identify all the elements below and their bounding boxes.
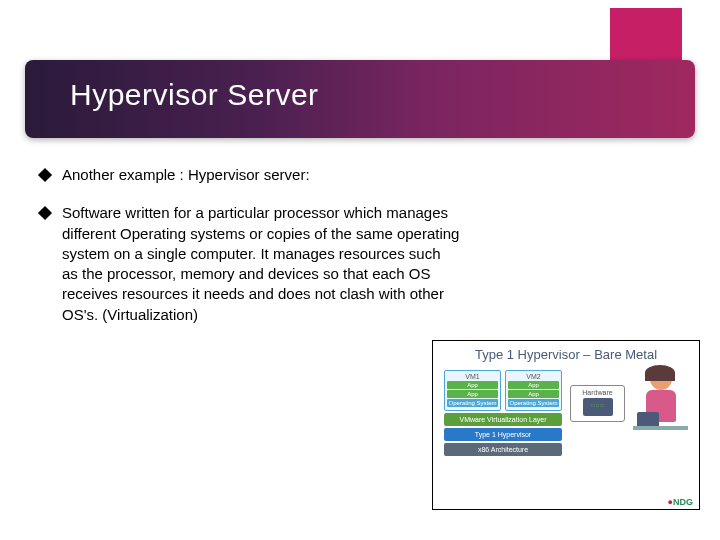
bullet-text: Another example : Hypervisor server: — [62, 165, 460, 185]
hardware-box-label: Hardware — [582, 389, 612, 396]
hypervisor-layer: Type 1 Hypervisor — [444, 428, 562, 441]
vm-stack: VM1 App App Operating System VM2 App App… — [444, 370, 562, 458]
diagram-title: Type 1 Hypervisor – Bare Metal — [433, 341, 699, 366]
app-slot: App — [447, 381, 498, 389]
os-slot: Operating System — [508, 399, 559, 407]
bullet-item: Software written for a particular proces… — [40, 203, 460, 325]
vm-box: VM1 App App Operating System — [444, 370, 501, 411]
bullet-item: Another example : Hypervisor server: — [40, 165, 460, 185]
brand-label: ●NDG — [668, 497, 693, 507]
vmware-layer: VMware Virtualization Layer — [444, 413, 562, 426]
hardware-box: Hardware — [570, 385, 625, 422]
person-illustration — [633, 368, 688, 458]
vm-box: VM2 App App Operating System — [505, 370, 562, 411]
motherboard-icon — [583, 398, 613, 416]
app-slot: App — [508, 381, 559, 389]
diamond-bullet-icon — [38, 206, 52, 220]
app-slot: App — [447, 390, 498, 398]
vm-label: VM1 — [447, 373, 498, 380]
content-area: Another example : Hypervisor server: Sof… — [40, 165, 460, 343]
desk-icon — [633, 426, 688, 430]
person-hair — [645, 365, 675, 381]
bullet-text: Software written for a particular proces… — [62, 203, 460, 325]
os-slot: Operating System — [447, 399, 498, 407]
app-slot: App — [508, 390, 559, 398]
slide-title: Hypervisor Server — [70, 78, 319, 112]
diamond-bullet-icon — [38, 168, 52, 182]
diagram-body: VM1 App App Operating System VM2 App App… — [433, 366, 699, 458]
hypervisor-diagram: Type 1 Hypervisor – Bare Metal VM1 App A… — [432, 340, 700, 510]
hardware-layer: x86 Architecture — [444, 443, 562, 456]
vm-label: VM2 — [508, 373, 559, 380]
laptop-icon — [637, 412, 659, 426]
